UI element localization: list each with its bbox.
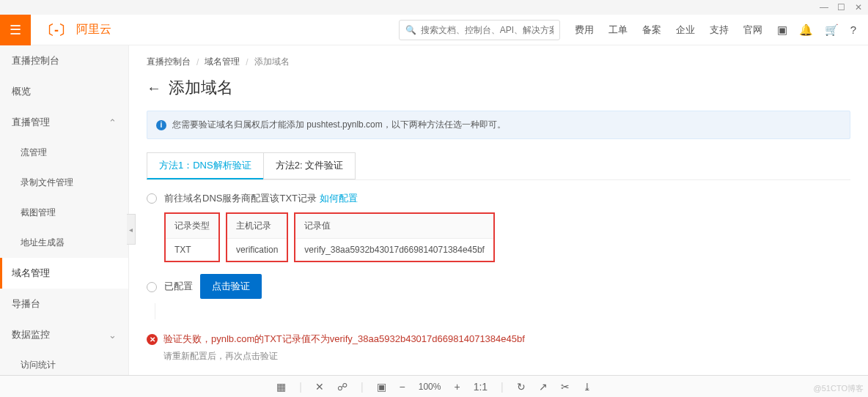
sidebar-item-snapshot[interactable]: 截图管理 xyxy=(0,198,128,228)
dns-header: 记录类型 xyxy=(166,214,218,239)
error-hint: 请重新配置后，再次点击验证 xyxy=(163,350,850,363)
tab-file-verify[interactable]: 方法2: 文件验证 xyxy=(263,152,356,179)
radio-unchecked-icon[interactable] xyxy=(147,282,157,292)
error-message: 验证失败，pynlb.com的TXT记录值不为verify_38aa5932b4… xyxy=(163,333,525,346)
help-icon[interactable]: ? xyxy=(850,23,856,37)
cart-icon[interactable]: 🛒 xyxy=(825,23,839,37)
info-banner: i 您需要验证域名归属权后才能添加 pushtest.pynlb.com，以下两… xyxy=(147,111,850,139)
dns-col-type: 记录类型 TXT xyxy=(164,212,220,262)
brand-name: 阿里云 xyxy=(76,22,111,37)
window-maximize[interactable]: ☐ xyxy=(837,2,845,12)
window-minimize[interactable]: — xyxy=(820,2,827,12)
dns-table: 记录类型 TXT 主机记录 verification 记录值 verify_38… xyxy=(164,212,850,262)
open-external-icon[interactable]: ↗ xyxy=(539,381,548,393)
zoom-level: 100% xyxy=(419,382,441,392)
info-text: 您需要验证域名归属权后才能添加 pushtest.pynlb.com，以下两种方… xyxy=(172,119,506,131)
sidebar-item-live-console[interactable]: 直播控制台 xyxy=(0,45,128,76)
main-content: 直播控制台 / 域名管理 / 添加域名 ← 添加域名 i 您需要验证域名归属权后… xyxy=(129,45,868,375)
step-connector xyxy=(155,303,155,319)
error-block: ✕ 验证失败，pynlb.com的TXT记录值不为verify_38aa5932… xyxy=(147,333,850,363)
crop-icon[interactable]: ✂ xyxy=(561,381,570,393)
breadcrumb-item[interactable]: 直播控制台 xyxy=(147,56,191,68)
zoom-in-icon[interactable]: + xyxy=(454,381,460,393)
sidebar-item-url-builder[interactable]: 地址生成器 xyxy=(0,228,128,258)
step-dns-text: 前往域名DNS服务商配置该TXT记录 xyxy=(164,193,320,204)
step-configured-text: 已配置 xyxy=(164,280,193,293)
one-to-one-icon[interactable]: 1:1 xyxy=(474,381,488,393)
dns-col-value: 记录值 verify_38aa5932b43017d669814071384e4… xyxy=(294,212,495,262)
sidebar-item-domain-manage[interactable]: 域名管理 xyxy=(0,258,128,289)
window-controls: — ☐ ✕ xyxy=(0,0,868,15)
back-arrow-icon[interactable]: ← xyxy=(147,80,161,97)
dns-header: 记录值 xyxy=(295,214,493,239)
download-icon[interactable]: ⤓ xyxy=(583,381,592,393)
sidebar-group-live-manage[interactable]: 直播管理⌃ xyxy=(0,107,128,138)
dns-cell: TXT xyxy=(166,239,218,261)
chevron-down-icon: ⌄ xyxy=(108,330,117,341)
sidebar-item-director[interactable]: 导播台 xyxy=(0,289,128,319)
verify-tabs: 方法1：DNS解析验证 方法2: 文件验证 xyxy=(147,152,850,179)
brand-logo[interactable]: 〔-〕 阿里云 xyxy=(41,21,111,39)
nav-support[interactable]: 支持 xyxy=(710,23,729,37)
info-icon: i xyxy=(156,120,166,130)
page-title: 添加域名 xyxy=(169,77,233,99)
nav-official[interactable]: 官网 xyxy=(743,23,762,37)
search-box[interactable]: 🔍 xyxy=(399,20,560,40)
sidebar-item-overview[interactable]: 概览 xyxy=(0,76,128,107)
shuffle-icon[interactable]: ✕ xyxy=(315,381,324,393)
nav-billing[interactable]: 费用 xyxy=(575,23,594,37)
viewer-toolbar: ▦ | ✕ ☍ | ▣ − 100% + 1:1 | ↻ ↗ ✂ ⤓ xyxy=(0,375,868,397)
sidebar-group-data-monitor[interactable]: 数据监控⌄ xyxy=(0,319,128,350)
step-config-dns: 前往域名DNS服务商配置该TXT记录 如何配置 xyxy=(147,192,850,205)
terminal-icon[interactable]: ▣ xyxy=(777,23,787,37)
breadcrumb-item[interactable]: 域名管理 xyxy=(205,56,240,68)
nav-enterprise[interactable]: 企业 xyxy=(676,23,695,37)
search-input[interactable] xyxy=(421,25,553,35)
fit-icon[interactable]: ▣ xyxy=(377,381,386,393)
how-to-config-link[interactable]: 如何配置 xyxy=(320,193,358,204)
breadcrumb-current: 添加域名 xyxy=(254,56,290,68)
zoom-out-icon[interactable]: − xyxy=(400,381,405,393)
grid-icon[interactable]: ▦ xyxy=(276,381,286,393)
sidebar-item-stream-manage[interactable]: 流管理 xyxy=(0,138,128,168)
sidebar-item-record-file[interactable]: 录制文件管理 xyxy=(0,168,128,198)
brand-icon: 〔-〕 xyxy=(41,21,72,39)
window-close[interactable]: ✕ xyxy=(855,2,862,12)
dns-cell: verification xyxy=(227,239,287,261)
nav-icp[interactable]: 备案 xyxy=(642,23,661,37)
dns-cell: verify_38aa5932b43017d669814071384e45bf xyxy=(295,239,493,261)
link-icon[interactable]: ☍ xyxy=(337,381,347,393)
top-icons: ▣ 🔔 🛒 ? xyxy=(777,23,868,37)
tab-dns-verify[interactable]: 方法1：DNS解析验证 xyxy=(147,152,264,179)
topbar: ☰ 〔-〕 阿里云 🔍 费用 工单 备案 企业 支持 官网 ▣ 🔔 🛒 ? xyxy=(0,15,868,45)
notification-icon[interactable]: 🔔 xyxy=(799,23,813,37)
dns-header: 主机记录 xyxy=(227,214,287,239)
chevron-up-icon: ⌃ xyxy=(108,117,117,128)
menu-hamburger-icon[interactable]: ☰ xyxy=(0,15,31,45)
sidebar: 直播控制台 概览 直播管理⌃ 流管理 录制文件管理 截图管理 地址生成器 域名管… xyxy=(0,45,129,375)
nav-tickets[interactable]: 工单 xyxy=(608,23,628,37)
breadcrumb: 直播控制台 / 域名管理 / 添加域名 xyxy=(147,56,850,68)
rotate-icon[interactable]: ↻ xyxy=(517,381,526,393)
search-icon: 🔍 xyxy=(405,25,416,35)
top-nav: 费用 工单 备案 企业 支持 官网 xyxy=(560,23,777,37)
verify-button[interactable]: 点击验证 xyxy=(200,274,262,299)
error-icon: ✕ xyxy=(147,334,158,345)
dns-col-host: 主机记录 verification xyxy=(226,212,288,262)
step-verify: 已配置 点击验证 xyxy=(147,274,850,299)
radio-unchecked-icon[interactable] xyxy=(147,193,157,204)
watermark: @51CTO博客 xyxy=(814,383,864,394)
